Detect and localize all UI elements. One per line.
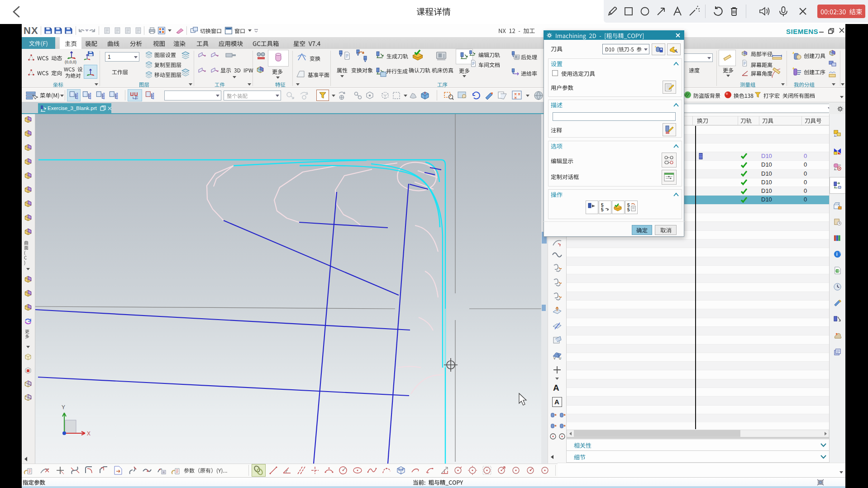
svg-text:U: U [559,357,561,360]
svg-text:V: V [553,357,556,360]
svg-text:Y: Y [62,404,65,411]
svg-text:5: 5 [627,207,630,212]
svg-text:X: X [87,431,91,437]
svg-text:i: i [836,252,838,257]
svg-text:5: 5 [601,207,604,212]
